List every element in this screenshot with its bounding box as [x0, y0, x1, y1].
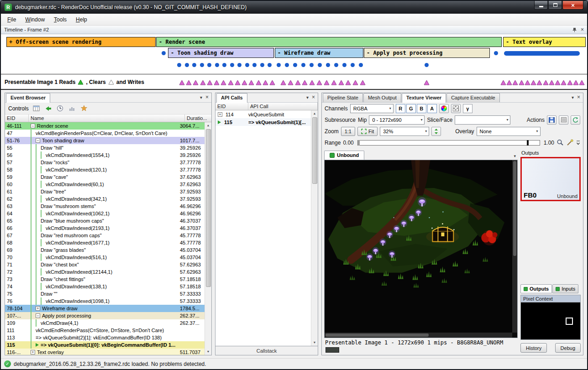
- texture-scene[interactable]: [325, 160, 512, 333]
- draw-marker-dot[interactable]: [192, 63, 196, 67]
- draw-marker-dot[interactable]: [359, 63, 363, 67]
- panel-close-icon[interactable]: ×: [312, 94, 315, 100]
- event-row[interactable]: 75Draw ""57.33333: [5, 290, 205, 297]
- write-marker-triangle[interactable]: [555, 80, 561, 85]
- api-scrollbar[interactable]: ▲ ▼: [311, 110, 318, 346]
- tab-inputs[interactable]: Inputs: [552, 284, 578, 293]
- write-marker-triangle[interactable]: [519, 80, 525, 85]
- zoom-1to1-button[interactable]: 1:1: [341, 127, 355, 136]
- scroll-down-icon[interactable]: ▼: [205, 349, 211, 355]
- scroll-up-icon[interactable]: ▲: [205, 122, 211, 129]
- event-row[interactable]: 58vkCmdDrawIndexed(120,1)37.77778: [5, 166, 205, 173]
- tab-outputs[interactable]: Outputs: [520, 284, 552, 293]
- channel-g-button[interactable]: G: [406, 104, 416, 113]
- tab-api-calls[interactable]: API Calls: [216, 93, 247, 103]
- draw-marker-dot[interactable]: [162, 51, 166, 55]
- debug-button[interactable]: Debug: [555, 343, 581, 353]
- write-marker-triangle[interactable]: [506, 80, 512, 85]
- event-row[interactable]: 57Draw "rocks"37.77778: [5, 159, 205, 166]
- channel-b-button[interactable]: B: [417, 104, 426, 113]
- gamma-button[interactable]: γ: [463, 104, 472, 113]
- write-marker-triangle[interactable]: [543, 80, 549, 85]
- draw-marker-dot[interactable]: [293, 63, 297, 67]
- write-marker-triangle[interactable]: [331, 80, 337, 85]
- event-row[interactable]: 115=> vkQueueSubmit(1)[0]: vkBeginComman…: [5, 341, 205, 349]
- bookmark-button[interactable]: [80, 104, 88, 113]
- timeline-block[interactable]: - Render scene: [156, 37, 502, 47]
- write-marker-triangle[interactable]: [269, 80, 275, 85]
- event-row[interactable]: 65Draw "blue mushroom caps"46.37037: [5, 217, 205, 224]
- event-row[interactable]: 47vkCmdBeginRenderPass(C=Clear, D=Clear,…: [5, 130, 205, 137]
- write-marker-triangle[interactable]: [248, 80, 254, 85]
- write-marker-triangle[interactable]: [316, 80, 322, 85]
- event-row[interactable]: 74vkCmdDrawIndexed(138,1)57.18518: [5, 283, 205, 290]
- panel-close-icon[interactable]: ×: [205, 94, 209, 100]
- slice-face-select[interactable]: ▾: [455, 115, 510, 125]
- draw-marker-dot[interactable]: [301, 63, 305, 67]
- event-row[interactable]: 62vkCmdDrawIndexed(342,1)37.92593: [5, 195, 205, 203]
- tab-capture-executable[interactable]: Capture Executable: [446, 93, 500, 102]
- event-row[interactable]: 55Draw "hill"39.25926: [5, 144, 205, 151]
- texture-vscrollbar[interactable]: [512, 160, 517, 333]
- callstack-section[interactable]: Callstack: [215, 346, 318, 355]
- draw-marker-dot[interactable]: [230, 63, 234, 67]
- time-durations-button[interactable]: [56, 104, 64, 113]
- write-marker-triangle[interactable]: [228, 80, 234, 85]
- column-name[interactable]: Name: [29, 115, 185, 122]
- draw-marker-dot[interactable]: [326, 63, 330, 67]
- tab-event-browser[interactable]: Event Browser: [6, 93, 50, 103]
- title-bar[interactable]: R debugmarker.rdc - RenderDoc Unofficial…: [1, 1, 587, 14]
- range-handle-max[interactable]: [527, 140, 529, 146]
- fb0-thumbnail[interactable]: FB0 Unbound: [520, 157, 581, 201]
- zoom-fit-button[interactable]: Fit: [357, 127, 378, 136]
- close-button[interactable]: ×: [562, 1, 583, 10]
- event-row[interactable]: 113=> vkQueueSubmit(2)[1]: vkEndCommandB…: [5, 334, 205, 341]
- mip-select[interactable]: 0 - 1272x690▾: [369, 115, 425, 125]
- panel-menu-icon[interactable]: ▾: [200, 95, 202, 100]
- write-marker-triangle[interactable]: [295, 80, 301, 85]
- write-marker-triangle[interactable]: [530, 80, 536, 85]
- draw-marker-dot[interactable]: [342, 63, 346, 67]
- write-marker-triangle[interactable]: [324, 80, 330, 85]
- draw-marker-dot[interactable]: [177, 63, 181, 67]
- event-row[interactable]: 70vkCmdDrawIndexed(516,1)45.03704: [5, 254, 205, 261]
- draw-marker-dot[interactable]: [494, 51, 498, 55]
- event-row[interactable]: 72vkCmdDrawIndexed(12144,1)57.62963: [5, 268, 205, 276]
- write-marker-triangle[interactable]: [360, 80, 366, 85]
- write-marker-triangle[interactable]: [567, 80, 573, 85]
- expander-icon[interactable]: +: [218, 112, 222, 117]
- custom-display-button[interactable]: [439, 104, 449, 113]
- scrollbar-thumb[interactable]: [513, 161, 516, 256]
- scrollbar-thumb[interactable]: [206, 129, 211, 287]
- draw-marker-dot[interactable]: [425, 63, 429, 67]
- draw-marker-dot[interactable]: [334, 63, 338, 67]
- background-button[interactable]: [451, 104, 461, 113]
- panel-menu-icon[interactable]: ▾: [306, 95, 309, 100]
- event-row[interactable]: 60vkCmdDrawIndexed(60,1)37.62963: [5, 181, 205, 188]
- write-marker-triangle[interactable]: [424, 80, 430, 85]
- timeline-block[interactable]: - Wireframe draw: [275, 48, 363, 58]
- write-marker-triangle[interactable]: [262, 80, 268, 85]
- minimize-button[interactable]: [534, 1, 548, 10]
- write-marker-triangle[interactable]: [549, 80, 555, 85]
- event-row[interactable]: 109vkCmdDraw(4,1)262.37...: [5, 319, 205, 327]
- event-row[interactable]: 66vkCmdDrawIndexed(2193,1)46.37037: [5, 224, 205, 232]
- timeline-body[interactable]: Presentable Image 1 Reads , Clears and W…: [1, 34, 587, 90]
- write-marker-triangle[interactable]: [338, 80, 344, 85]
- channels-select[interactable]: RGBA▾: [350, 104, 394, 113]
- event-row[interactable]: 116-...+Text overlay511.7037: [5, 349, 205, 355]
- menu-item-help[interactable]: Help: [71, 14, 92, 25]
- event-row[interactable]: 73Draw "chest fittings"57.18518: [5, 276, 205, 283]
- texture-hscrollbar[interactable]: [325, 333, 512, 338]
- api-row[interactable]: 115=> vkQueueSubmit(1)[...: [215, 118, 311, 126]
- draw-marker-dot[interactable]: [268, 63, 272, 67]
- menu-item-tools[interactable]: Tools: [49, 14, 71, 25]
- column-eid[interactable]: EID: [215, 103, 248, 110]
- pin-icon[interactable]: [572, 27, 577, 32]
- event-row[interactable]: 68vkCmdDrawIndexed(1677,1)45.77778: [5, 239, 205, 246]
- channel-a-button[interactable]: A: [427, 104, 437, 113]
- write-marker-triangle[interactable]: [242, 80, 247, 85]
- tab-unbound-texture[interactable]: Unbound: [324, 151, 364, 160]
- save-texture-button[interactable]: [547, 115, 556, 125]
- event-row[interactable]: 63Draw "mushroom stems"46.96296: [5, 203, 205, 210]
